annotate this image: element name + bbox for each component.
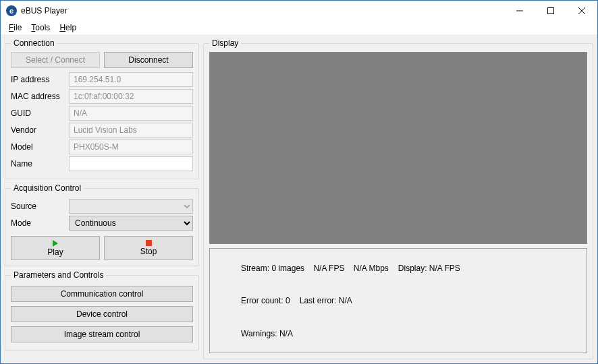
communication-control-button[interactable]: Communication control [11,286,193,302]
name-field[interactable] [69,156,193,171]
close-icon [578,7,585,14]
mac-address-field [69,89,193,104]
acquisition-legend: Acquisition Control [11,183,84,193]
svg-rect-1 [548,8,554,14]
minimize-button[interactable] [504,1,535,21]
stop-icon [146,240,152,246]
status-line-1: Stream: 0 images N/A FPS N/A MbpsDisplay… [214,251,582,284]
display-group: Display Stream: 0 images N/A FPS N/A Mbp… [203,38,593,359]
ip-address-field [69,72,193,87]
guid-field [69,106,193,121]
menu-tools[interactable]: Tools [27,22,54,34]
connection-legend: Connection [11,38,57,48]
window-title: eBUS Player [21,6,67,16]
right-column: Display Stream: 0 images N/A FPS N/A Mbp… [203,38,593,359]
parameters-legend: Parameters and Controls [11,270,106,280]
acquisition-group: Acquisition Control Source Mode Continuo… [5,183,199,266]
mac-address-label: MAC address [11,92,65,101]
display-legend: Display [209,38,241,48]
source-label: Source [11,202,65,211]
source-select[interactable] [69,199,193,214]
image-stream-control-button[interactable]: Image stream control [11,326,193,342]
device-control-button[interactable]: Device control [11,306,193,322]
model-field [69,140,193,154]
menu-file[interactable]: File [5,22,26,34]
status-line-2: Error count: 0Last error: N/A [214,284,582,317]
parameters-group: Parameters and Controls Communication co… [5,270,199,351]
menu-help[interactable]: Help [55,22,80,34]
status-line-3: Warnings: N/A [214,317,582,350]
ip-address-label: IP address [11,75,65,84]
status-box: Stream: 0 images N/A FPS N/A MbpsDisplay… [209,248,587,353]
close-button[interactable] [566,1,597,21]
model-label: Model [11,142,65,152]
select-connect-button[interactable]: Select / Connect [11,52,100,68]
stop-button[interactable]: Stop [104,236,193,260]
connection-group: Connection Select / Connect Disconnect I… [5,38,199,179]
maximize-button[interactable] [535,1,566,21]
titlebar: e eBUS Player [1,1,597,21]
minimize-icon [516,7,523,14]
vendor-field [69,123,193,138]
vendor-label: Vendor [11,125,65,135]
guid-label: GUID [11,109,65,118]
play-button[interactable]: Play [11,236,100,260]
mode-select[interactable]: Continuous [69,216,193,231]
maximize-icon [547,7,554,14]
play-button-label: Play [47,247,63,257]
name-label: Name [11,159,65,169]
disconnect-button[interactable]: Disconnect [104,52,193,68]
app-window: e eBUS Player File Tools Help Connection… [0,0,598,364]
display-canvas [209,52,587,244]
mode-label: Mode [11,218,65,228]
app-icon: e [6,5,17,16]
left-column: Connection Select / Connect Disconnect I… [5,38,199,359]
play-icon [53,240,58,247]
menubar: File Tools Help [1,21,597,34]
stop-button-label: Stop [140,247,157,256]
content-area: Connection Select / Connect Disconnect I… [1,34,597,363]
